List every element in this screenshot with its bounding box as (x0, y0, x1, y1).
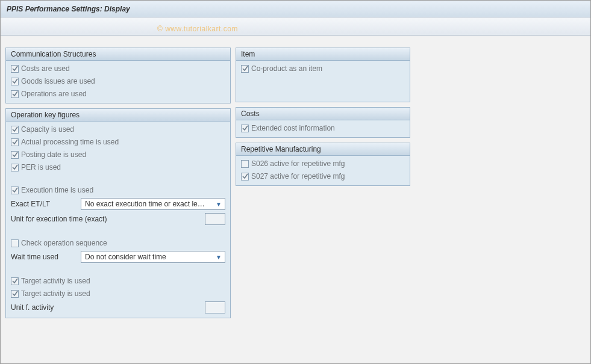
group-item: Item Co-product as an item (236, 48, 410, 102)
goods-issues-used-checkbox[interactable] (11, 78, 19, 85)
unit-exec-time-label: Unit for execution time (exact) (11, 215, 201, 223)
check-operation-seq-checkbox[interactable] (11, 239, 19, 247)
unit-activity-input[interactable] (205, 301, 225, 313)
exact-etlt-value: No exact execution time or exact le… (85, 200, 214, 208)
wait-time-combobox[interactable]: Do not consider wait time ▼ (81, 251, 225, 263)
capacity-used-label: Capacity is used (21, 125, 74, 134)
operations-used-row: Operations are used (11, 88, 225, 99)
posting-date-label: Posting date is used (21, 150, 86, 159)
group-body: Capacity is used Actual processing time … (6, 122, 230, 318)
s027-label: S027 active for repetitive mfg (251, 172, 345, 180)
group-body: Costs are used Goods issues are used Ope… (6, 61, 230, 103)
actual-processing-label: Actual processing time is used (21, 138, 119, 146)
group-operation-key-figures: Operation key figures Capacity is used A… (5, 108, 231, 318)
costs-used-checkbox[interactable] (11, 65, 19, 73)
chevron-down-icon: ▼ (214, 254, 224, 261)
group-repetitive-manufacturing: Repetitive Manufacturing S026 active for… (236, 143, 410, 186)
group-body: S026 active for repetitive mfg S027 acti… (236, 156, 410, 185)
target-activity-1-checkbox[interactable] (11, 277, 19, 285)
right-column: Item Co-product as an item Costs Extende… (236, 48, 410, 186)
extended-cost-checkbox[interactable] (241, 125, 249, 132)
capacity-used-checkbox[interactable] (11, 126, 19, 134)
execution-time-label: Execution time is used (21, 186, 93, 194)
costs-used-row: Costs are used (11, 63, 225, 74)
posting-date-checkbox[interactable] (11, 151, 19, 159)
group-header: Repetitive Manufacturing (236, 143, 410, 156)
window-titlebar: PPIS Performance Settings: Display (1, 1, 590, 17)
s026-checkbox[interactable] (241, 160, 249, 168)
unit-exec-time-input[interactable] (205, 213, 225, 225)
coproduct-checkbox[interactable] (241, 65, 249, 73)
operations-used-checkbox[interactable] (11, 90, 19, 98)
goods-issues-used-label: Goods issues are used (21, 77, 95, 85)
exact-etlt-label: Exact ET/LT (11, 200, 77, 208)
extended-cost-label: Extended cost information (251, 124, 335, 132)
actual-processing-checkbox[interactable] (11, 138, 19, 146)
chevron-down-icon: ▼ (214, 201, 224, 208)
toolbar (1, 17, 590, 35)
per-used-checkbox[interactable] (11, 164, 19, 171)
wait-time-row: Wait time used Do not consider wait time… (11, 250, 225, 264)
unit-activity-row: Unit f. activity (11, 301, 225, 314)
group-header: Item (236, 48, 410, 61)
costs-used-label: Costs are used (21, 64, 70, 73)
operations-used-label: Operations are used (21, 90, 87, 98)
unit-activity-label: Unit f. activity (11, 303, 201, 312)
left-column: Communication Structures Costs are used … (5, 48, 231, 318)
group-header: Costs (236, 108, 410, 120)
per-used-label: PER is used (21, 163, 61, 171)
content-area: Communication Structures Costs are used … (1, 35, 590, 323)
execution-time-checkbox[interactable] (11, 187, 19, 194)
group-header: Communication Structures (6, 48, 230, 61)
s027-checkbox[interactable] (241, 173, 249, 180)
window-title: PPIS Performance Settings: Display (7, 5, 130, 13)
exact-etlt-combobox[interactable]: No exact execution time or exact le… ▼ (81, 198, 225, 210)
group-costs: Costs Extended cost information (236, 107, 410, 138)
target-activity-2-checkbox[interactable] (11, 290, 19, 298)
group-communication-structures: Communication Structures Costs are used … (5, 48, 231, 103)
target-activity-1-label: Target activity is used (21, 277, 90, 285)
check-operation-seq-label: Check operation sequence (21, 239, 107, 247)
coproduct-label: Co-product as an item (251, 64, 322, 73)
wait-time-label: Wait time used (11, 253, 77, 261)
unit-exec-time-row: Unit for execution time (exact) (11, 212, 225, 226)
group-header: Operation key figures (6, 109, 230, 122)
s026-label: S026 active for repetitive mfg (251, 159, 345, 168)
group-body: Extended cost information (236, 120, 410, 137)
goods-issues-used-row: Goods issues are used (11, 76, 225, 87)
group-body: Co-product as an item (236, 61, 410, 102)
target-activity-2-label: Target activity is used (21, 289, 90, 298)
wait-time-value: Do not consider wait time (85, 253, 214, 261)
exact-etlt-row: Exact ET/LT No exact execution time or e… (11, 197, 225, 211)
